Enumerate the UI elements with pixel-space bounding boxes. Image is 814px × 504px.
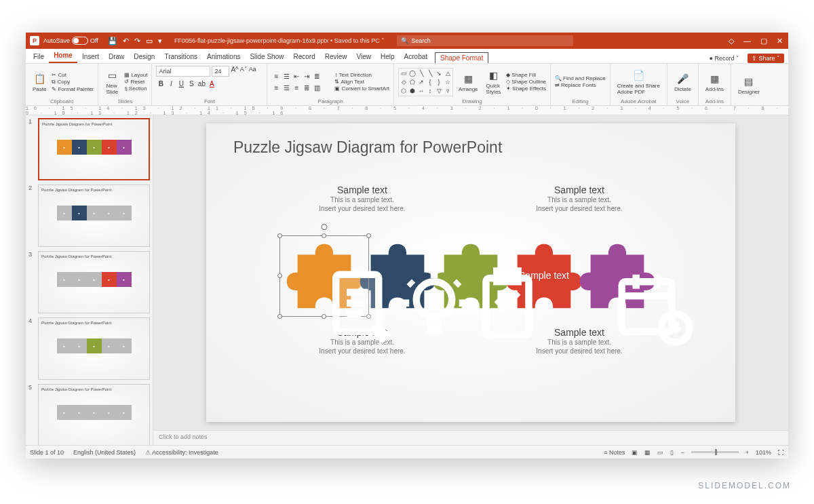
new-slide-button[interactable]: ▭New Slide	[102, 67, 121, 96]
text-direction-button[interactable]: ↕Text Direction	[334, 72, 389, 78]
close-icon[interactable]: ✕	[777, 37, 783, 45]
font-size-select[interactable]: 24	[212, 66, 229, 77]
tab-animations[interactable]: Animations	[202, 50, 245, 63]
tab-acrobat[interactable]: Acrobat	[400, 50, 432, 63]
search-input[interactable]: 🔍 Search	[397, 35, 573, 46]
slide-thumbnail-5[interactable]: 5 Puzzle Jigsaw Diagram for PowerPoint ▪…	[28, 384, 150, 445]
align-right-icon[interactable]: ≡	[292, 83, 301, 92]
sorter-view-icon[interactable]: ▦	[644, 449, 651, 456]
tab-insert[interactable]: Insert	[77, 50, 104, 63]
shape-outline-button[interactable]: ◇Shape Outline	[506, 79, 546, 85]
caption-top-left[interactable]: Sample text This is a sample text.Insert…	[294, 185, 430, 213]
shape-effects-button[interactable]: ✦Shape Effects	[506, 85, 546, 92]
tab-slideshow[interactable]: Slide Show	[245, 50, 288, 63]
replace-fonts-button[interactable]: ⇄Replace Fonts	[555, 82, 606, 88]
line-spacing-icon[interactable]: ≣	[312, 71, 322, 81]
adobe-pdf-button[interactable]: 📄Create and Share Adobe PDF	[615, 67, 663, 96]
bold-icon[interactable]: B	[156, 79, 166, 88]
slide-title[interactable]: Puzzle Jigsaw Diagram for PowerPoint	[233, 138, 502, 157]
underline-icon[interactable]: U	[176, 79, 186, 88]
addins-button[interactable]: ▦Add-ins	[703, 71, 726, 94]
reset-button[interactable]: ↺Reset	[124, 79, 147, 85]
dictate-button[interactable]: 🎤Dictate	[672, 71, 694, 94]
fit-to-window-icon[interactable]: ⛶	[778, 449, 784, 456]
font-name-select[interactable]: Arial	[156, 66, 210, 77]
notes-toggle[interactable]: ≡ Notes	[604, 449, 625, 456]
zoom-slider[interactable]	[691, 451, 739, 453]
autosave-toggle[interactable]: AutoSave Off	[43, 37, 98, 45]
tab-view[interactable]: View	[352, 50, 376, 63]
qat-more-icon[interactable]: ▾	[158, 37, 162, 45]
tab-review[interactable]: Review	[320, 50, 352, 63]
slide-thumbnail-2[interactable]: 2 Puzzle Jigsaw Diagram for PowerPoint ▪…	[28, 185, 150, 247]
redo-icon[interactable]: ↷	[134, 37, 140, 45]
paste-button[interactable]: 📋Paste	[30, 71, 49, 94]
slide-thumbnail-1[interactable]: 1 Puzzle Jigsaw Diagram for PowerPoint ▪…	[28, 118, 150, 180]
puzzle-piece-5[interactable]	[581, 246, 654, 307]
zoom-level[interactable]: 101%	[756, 449, 771, 456]
grow-font-icon[interactable]: A^	[231, 66, 238, 77]
bullets-icon[interactable]: ≡	[271, 71, 281, 81]
language-status[interactable]: English (United States)	[73, 449, 136, 456]
tab-home[interactable]: Home	[49, 49, 77, 63]
smartart-button[interactable]: ▣Convert to SmartArt	[334, 85, 389, 92]
minimize-icon[interactable]: —	[743, 37, 751, 45]
align-text-button[interactable]: ⇅Align Text	[334, 79, 389, 85]
columns-icon[interactable]: ▥	[312, 83, 322, 92]
designer-button[interactable]: ▤Designer	[735, 73, 762, 96]
tab-design[interactable]: Design	[129, 50, 159, 63]
section-button[interactable]: §Section	[124, 85, 147, 92]
share-button[interactable]: ⇪ Share ˅	[748, 54, 784, 63]
layout-button[interactable]: ▦Layout	[124, 72, 147, 78]
change-case-icon[interactable]: Aa	[249, 66, 256, 77]
tab-transitions[interactable]: Transitions	[159, 50, 202, 63]
outdent-icon[interactable]: ⇤	[292, 71, 301, 81]
slide-thumbnail-3[interactable]: 3 Puzzle Jigsaw Diagram for PowerPoint ▪…	[28, 251, 150, 313]
filename[interactable]: FF0056-flat-puzzle-jigsaw-powerpoint-dia…	[174, 37, 385, 44]
format-painter-button[interactable]: ✎Format Painter	[52, 86, 94, 92]
slideshow-view-icon[interactable]: ▯	[670, 449, 674, 456]
strike-icon[interactable]: S	[187, 79, 196, 88]
notes-pane[interactable]: Click to add notes	[153, 430, 788, 445]
zoom-in-icon[interactable]: +	[745, 449, 749, 456]
present-icon[interactable]: ▭	[146, 37, 153, 45]
tab-shape-format[interactable]: Shape Format	[435, 52, 488, 63]
maximize-icon[interactable]: ▢	[760, 37, 767, 45]
reading-view-icon[interactable]: ▭	[657, 449, 663, 456]
indent-icon[interactable]: ⇥	[302, 71, 311, 81]
shrink-font-icon[interactable]: A˅	[240, 66, 248, 77]
undo-icon[interactable]: ↶	[123, 37, 129, 45]
slide-counter[interactable]: Slide 1 of 10	[30, 449, 64, 456]
account-icon[interactable]: ◇	[729, 37, 734, 45]
find-button[interactable]: 🔍Find and Replace	[555, 75, 606, 81]
tab-draw[interactable]: Draw	[104, 50, 129, 63]
quick-styles-button[interactable]: ◧Quick Styles	[484, 67, 504, 96]
cut-button[interactable]: ✂Cut	[52, 72, 94, 78]
slide-canvas[interactable]: Puzzle Jigsaw Diagram for PowerPoint Sam…	[153, 115, 788, 430]
shadow-icon[interactable]: ab	[197, 79, 206, 88]
justify-icon[interactable]: ≣	[302, 83, 311, 92]
tab-record[interactable]: Record	[288, 50, 319, 63]
slide-thumbnails-panel[interactable]: 1 Puzzle Jigsaw Diagram for PowerPoint ▪…	[26, 115, 153, 445]
italic-icon[interactable]: I	[166, 79, 176, 88]
arrange-button[interactable]: ▦Arrange	[456, 71, 480, 94]
toggle-off-icon[interactable]	[72, 37, 88, 45]
rotation-handle[interactable]	[322, 224, 328, 230]
slide-thumbnail-4[interactable]: 4 Puzzle Jigsaw Diagram for PowerPoint ▪…	[28, 317, 150, 380]
numbering-icon[interactable]: ☰	[282, 71, 291, 81]
shapes-gallery[interactable]: ▭◯╲╲↘△ ◇⬠↗{}☆ ⬡⬢↔↕▽▿	[398, 68, 453, 96]
tab-help[interactable]: Help	[376, 50, 400, 63]
copy-button[interactable]: ⧉Copy	[52, 79, 94, 85]
normal-view-icon[interactable]: ▣	[632, 449, 638, 456]
shape-fill-button[interactable]: ◆Shape Fill	[506, 72, 546, 78]
tab-file[interactable]: File	[28, 50, 49, 63]
record-button[interactable]: ● Record ˅	[705, 54, 743, 63]
save-icon[interactable]: 💾	[108, 37, 117, 45]
caption-top-right[interactable]: Sample text This is a sample text.Insert…	[511, 185, 647, 213]
accessibility-status[interactable]: ⚠ Accessibility: Investigate	[145, 449, 218, 456]
align-left-icon[interactable]: ≡	[271, 83, 281, 92]
align-center-icon[interactable]: ☰	[282, 83, 291, 92]
font-color-icon[interactable]: A	[207, 79, 216, 88]
zoom-out-icon[interactable]: −	[680, 449, 684, 456]
slide[interactable]: Puzzle Jigsaw Diagram for PowerPoint Sam…	[206, 123, 735, 422]
